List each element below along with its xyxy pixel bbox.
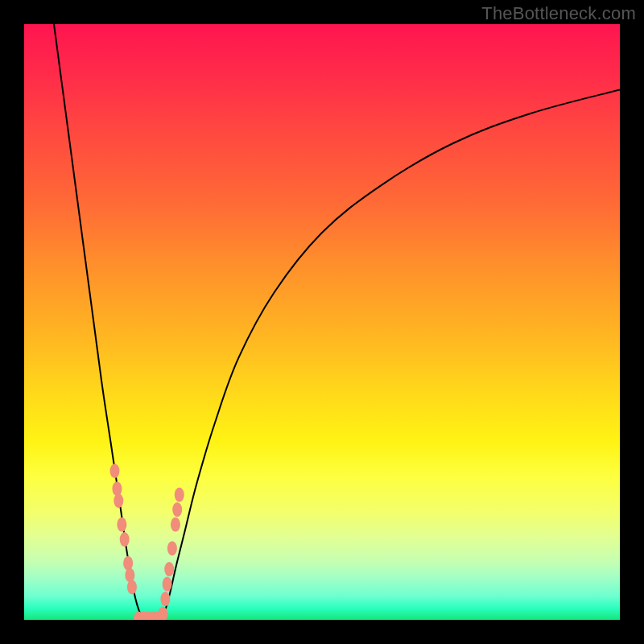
- data-marker: [164, 562, 174, 576]
- data-marker: [127, 580, 137, 594]
- data-marker: [109, 464, 119, 478]
- data-marker: [175, 488, 184, 502]
- data-marker: [120, 532, 130, 547]
- marker-group-left: [109, 464, 136, 594]
- data-marker: [160, 592, 170, 606]
- data-marker: [117, 518, 126, 532]
- data-marker: [171, 518, 180, 532]
- watermark-text: TheBottleneck.com: [481, 3, 636, 24]
- data-marker: [167, 541, 177, 555]
- data-marker: [123, 556, 133, 571]
- curves-svg: [24, 24, 620, 620]
- data-marker: [172, 502, 182, 517]
- curve-left-branch: [54, 24, 143, 620]
- data-marker: [163, 577, 172, 592]
- marker-group-right: [158, 488, 184, 620]
- chart-canvas: TheBottleneck.com: [0, 0, 644, 644]
- plot-area: [24, 24, 620, 620]
- data-marker: [114, 493, 123, 508]
- curve-right-branch: [161, 89, 620, 620]
- marker-group-floor: [134, 612, 166, 620]
